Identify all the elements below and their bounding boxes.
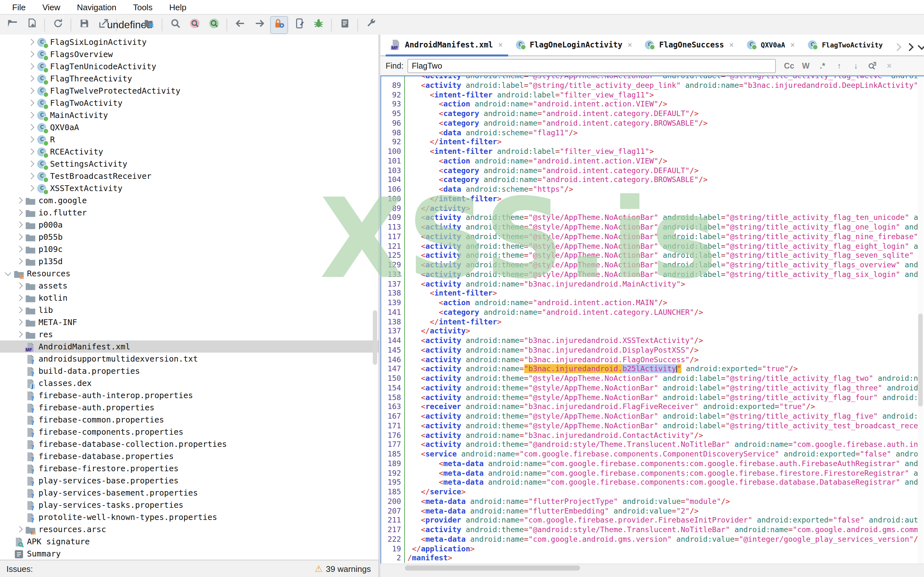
tree-item-firebase-auth-properties[interactable]: ?firebase-auth.properties	[0, 401, 379, 414]
class-search-button[interactable]	[186, 16, 203, 33]
tree-item-mainactivity[interactable]: MainActivity	[0, 109, 379, 121]
code-line[interactable]: 137 </activity>	[381, 327, 918, 336]
code-line[interactable]: 211 <provider android:name="com.google.f…	[381, 516, 918, 525]
code-line[interactable]: 185 </service>	[381, 487, 918, 497]
find-previous-button[interactable]: ↑	[832, 59, 846, 73]
find-whole-word-button[interactable]: W	[799, 59, 813, 73]
code-line[interactable]: 89 </activity>	[381, 203, 918, 213]
code-line[interactable]: 150 <activity android:theme="@style/AppT…	[381, 374, 918, 384]
flatten-packages-button[interactable]: undefined	[121, 16, 138, 33]
tree-item-firebase-common-properties[interactable]: ?firebase-common.properties	[0, 414, 379, 426]
menu-navigation[interactable]: Navigation	[69, 2, 125, 12]
code-line[interactable]: 133 <activity android:theme="@style/AppT…	[381, 270, 918, 279]
code-line[interactable]: 137 <activity android:name="b3nac.injure…	[381, 279, 918, 289]
close-tab-icon[interactable]: ×	[628, 40, 632, 49]
tree-item-play-services-tasks-properties[interactable]: ?play-services-tasks.properties	[0, 499, 379, 511]
find-match-case-button[interactable]: Cc	[782, 59, 796, 73]
code-editor[interactable]: <activity android:theme="@style/AppTheme…	[381, 76, 924, 564]
editor-vscrollbar-thumb[interactable]	[918, 314, 923, 406]
code-line[interactable]: 101 <action android:name="android.intent…	[381, 156, 918, 166]
tree-item-firebase-components-properties[interactable]: ?firebase-components.properties	[0, 426, 379, 438]
close-tab-icon[interactable]: ×	[790, 40, 795, 49]
code-line[interactable]: 113 <activity android:theme="@style/AppT…	[381, 222, 918, 232]
tree-item-summary[interactable]: Summary	[0, 548, 379, 560]
code-line[interactable]: 207 <meta-data android:name="flutterEmbe…	[381, 506, 918, 516]
code-line[interactable]: 96 <category android:name="android.inten…	[381, 119, 918, 128]
tree-item-io-flutter[interactable]: io.flutter	[0, 206, 379, 219]
tree-item-assets[interactable]: assets	[0, 279, 379, 292]
tab-androidmanifest-xml[interactable]: MFAndroidManifest.xml×	[384, 40, 509, 55]
code-line[interactable]: 145 <activity android:name="b3nac.injure…	[381, 346, 918, 355]
code-line[interactable]: 185 <service android:name="com.google.fi…	[381, 450, 918, 459]
forward-button[interactable]	[251, 16, 268, 33]
tree-item-p000a[interactable]: p000a	[0, 219, 379, 231]
tree-item-resources[interactable]: Resources	[0, 268, 379, 279]
code-line[interactable]: 104 <category android:name="android.inte…	[381, 175, 918, 185]
tree-item-kotlin[interactable]: kotlin	[0, 292, 379, 304]
tab-flagtwoactivity[interactable]: FlagTwoActivity	[801, 40, 889, 55]
code-line[interactable]: 121 <activity android:theme="@style/AppT…	[381, 242, 918, 251]
tree-item-qxv0aa[interactable]: QXV0aA	[0, 121, 379, 133]
tree-item-testbroadcastreceiver[interactable]: TestBroadcastReceiver	[0, 170, 379, 182]
project-tree[interactable]: FlagSixLoginActivityFlagsOverviewFlagTen…	[0, 35, 379, 577]
code-line[interactable]: 192 <meta-data android:name="com.google.…	[381, 468, 918, 478]
code-line[interactable]: 195 <meta-data android:name="com.google.…	[381, 478, 918, 488]
code-line[interactable]: 117 <activity android:theme="@style/AppT…	[381, 232, 918, 242]
reload-button[interactable]	[49, 16, 66, 33]
back-button[interactable]	[232, 16, 248, 33]
code-line[interactable]: 138 <intent-filter>	[381, 289, 918, 298]
tree-item-meta-inf[interactable]: META-INF	[0, 316, 379, 328]
tree-item-p055b[interactable]: p055b	[0, 231, 379, 243]
tree-item-androidmanifest-xml[interactable]: MFAndroidManifest.xml	[0, 340, 379, 353]
tree-item-firebase-database-collection-properties[interactable]: ?firebase-database-collection.properties	[0, 438, 379, 450]
editor-hscrollbar-thumb[interactable]	[405, 566, 580, 571]
code-line[interactable]: 19 </application>	[381, 544, 918, 554]
code-line[interactable]: 147 <activity android:name="b3nac.injure…	[381, 364, 918, 374]
scroll-tabs-right-button[interactable]	[905, 43, 913, 51]
code-line[interactable]: 177 <activity android:theme="@android:st…	[381, 440, 918, 450]
code-line[interactable]: 163 <receiver android:name="b3nac.injure…	[381, 402, 918, 412]
find-next-button[interactable]: ↓	[849, 59, 863, 73]
tree-item-r[interactable]: R	[0, 133, 379, 145]
code-line[interactable]: 154 <activity android:theme="@style/AppT…	[381, 384, 918, 393]
tree-item-p135d[interactable]: p135d	[0, 255, 379, 268]
code-line[interactable]: 93 <action android:name="android.intent.…	[381, 100, 918, 109]
tree-item-lib[interactable]: lib	[0, 304, 379, 316]
tree-item-play-services-base-properties[interactable]: ?play-services-base.properties	[0, 474, 379, 487]
close-tab-icon[interactable]: ×	[498, 40, 503, 49]
add-files-button[interactable]	[23, 16, 40, 33]
save-all-button[interactable]	[76, 16, 92, 33]
tree-item-build-data-properties[interactable]: ?build-data.properties	[0, 365, 379, 377]
code-line[interactable]: 109 <activity android:theme="@style/AppT…	[381, 213, 918, 223]
find-close-button[interactable]: ×	[882, 59, 897, 73]
tree-item-classes-dex[interactable]: Jclasses.dex	[0, 377, 379, 389]
warnings-status[interactable]: ⚠ 39 warnings	[315, 564, 371, 574]
code-line[interactable]: 139 <action android:name="android.intent…	[381, 298, 918, 308]
open-file-button[interactable]	[4, 16, 21, 33]
tree-item-res[interactable]: res	[0, 328, 379, 340]
tree-item-firebase-database-properties[interactable]: ?firebase-database.properties	[0, 450, 379, 462]
tree-item-com-google[interactable]: com.google	[0, 194, 379, 206]
code-line[interactable]: 222 <meta-data android:name="com.google.…	[381, 535, 918, 544]
tab-list-dropdown-button[interactable]	[918, 42, 924, 50]
code-line[interactable]: 200 <meta-data android:name="flutterProj…	[381, 497, 918, 506]
preferences-button[interactable]	[363, 16, 379, 33]
tree-item-play-services-basement-properties[interactable]: ?play-services-basement.properties	[0, 487, 379, 499]
tree-item-flagsixloginactivity[interactable]: FlagSixLoginActivity	[0, 36, 379, 48]
code-line[interactable]: 146 <activity android:name="b3nac.injure…	[381, 355, 918, 364]
code-line[interactable]: 89 <activity android:label="@string/titl…	[381, 81, 918, 90]
tree-item-xsstextactivity[interactable]: XSSTextActivity	[0, 182, 379, 194]
tree-item-androidsupportmultidexversion-txt[interactable]: ?androidsupportmultidexversion.txt	[0, 353, 379, 365]
code-line[interactable]: 2/manifest>	[381, 554, 918, 563]
code-line[interactable]: 103 <category android:name="android.inte…	[381, 166, 918, 175]
tree-scrollbar-thumb[interactable]	[373, 310, 377, 365]
tree-item-flagthreeactivity[interactable]: FlagThreeActivity	[0, 73, 379, 85]
device-button[interactable]	[291, 16, 307, 33]
find-regex-button[interactable]: .*	[816, 59, 830, 73]
editor-vscrollbar[interactable]	[918, 76, 923, 564]
code-line[interactable]: 176 <activity android:name="b3nac.injure…	[381, 430, 918, 440]
code-line[interactable]: 92 </intent-filter>	[381, 137, 918, 147]
code-line[interactable]: 217 <activity android:theme="@android:st…	[381, 525, 918, 535]
code-line[interactable]: 100 </intent-filter>	[381, 194, 918, 204]
log-viewer-button[interactable]	[336, 16, 353, 33]
